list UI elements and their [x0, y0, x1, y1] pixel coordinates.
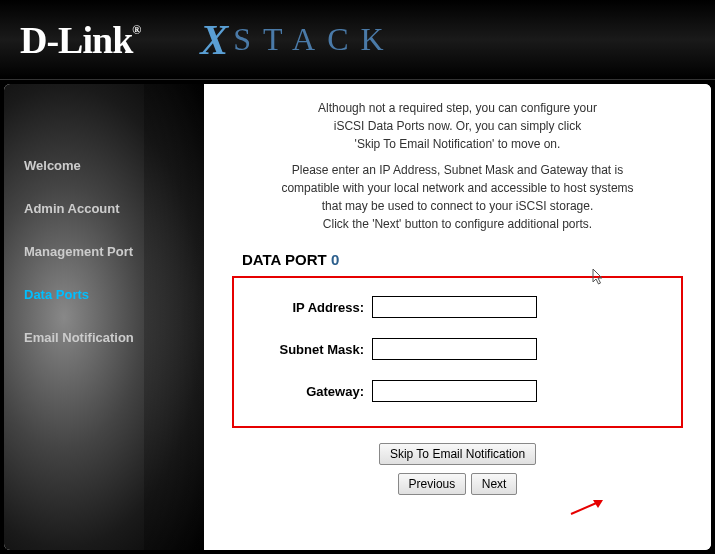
brand-logo: D-Link ® [20, 18, 140, 62]
subnet-mask-label: Subnet Mask: [254, 342, 364, 357]
subnet-mask-input[interactable] [372, 338, 537, 360]
next-button[interactable]: Next [471, 473, 518, 495]
form-box: IP Address: Subnet Mask: Gateway: [232, 276, 683, 428]
sidebar-item-data-ports[interactable]: Data Ports [24, 273, 204, 316]
gateway-label: Gateway: [254, 384, 364, 399]
product-logo: X STACK [200, 16, 395, 64]
body-area: Welcome Admin Account Management Port Da… [2, 82, 713, 552]
details-line-1: Please enter an IP Address, Subnet Mask … [232, 161, 683, 179]
section-title: DATA PORT 0 [242, 251, 683, 268]
buttons-row-skip: Skip To Email Notification [232, 443, 683, 465]
gateway-input[interactable] [372, 380, 537, 402]
cursor-icon [592, 268, 606, 289]
annotation-arrow-icon [569, 496, 609, 516]
form-row-ip: IP Address: [254, 296, 661, 318]
header-bar: D-Link ® X STACK [0, 0, 715, 80]
intro-line-1: Although not a required step, you can co… [232, 99, 683, 117]
details-line-4: Click the 'Next' button to configure add… [232, 215, 683, 233]
brand-reg: ® [132, 23, 140, 38]
sidebar: Welcome Admin Account Management Port Da… [4, 84, 204, 550]
details-line-2: compatible with your local network and a… [232, 179, 683, 197]
form-row-gateway: Gateway: [254, 380, 661, 402]
buttons-row-nav: Previous Next [232, 473, 683, 495]
intro-line-2: iSCSI Data Ports now. Or, you can simply… [232, 117, 683, 135]
main-content: Although not a required step, you can co… [204, 84, 711, 550]
details-text: Please enter an IP Address, Subnet Mask … [232, 161, 683, 233]
previous-button[interactable]: Previous [398, 473, 467, 495]
ip-address-label: IP Address: [254, 300, 364, 315]
sidebar-item-email-notification[interactable]: Email Notification [24, 316, 204, 359]
skip-button[interactable]: Skip To Email Notification [379, 443, 536, 465]
sidebar-item-admin-account[interactable]: Admin Account [24, 187, 204, 230]
intro-text: Although not a required step, you can co… [232, 99, 683, 153]
details-line-3: that may be used to connect to your iSCS… [232, 197, 683, 215]
product-stack: STACK [233, 21, 395, 58]
ip-address-input[interactable] [372, 296, 537, 318]
port-number: 0 [331, 251, 339, 268]
sidebar-item-management-port[interactable]: Management Port [24, 230, 204, 273]
brand-name: D-Link [20, 18, 132, 62]
form-row-subnet: Subnet Mask: [254, 338, 661, 360]
intro-line-3: 'Skip To Email Notification' to move on. [232, 135, 683, 153]
product-x: X [200, 16, 228, 64]
sidebar-item-welcome[interactable]: Welcome [24, 144, 204, 187]
section-prefix: DATA PORT [242, 251, 331, 268]
